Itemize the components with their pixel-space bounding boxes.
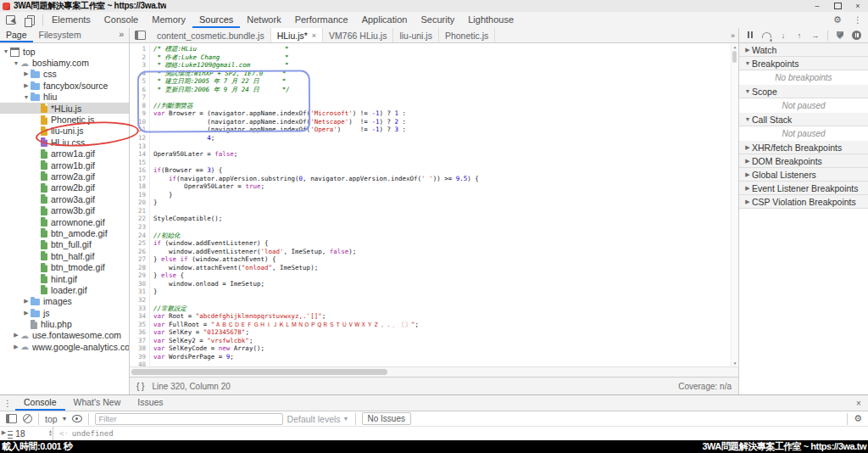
debugger-section-scope[interactable]: ▼Scope: [739, 85, 868, 98]
editor-horizontal-scrollbar[interactable]: [130, 366, 738, 377]
toggle-navigator-icon[interactable]: [135, 31, 146, 40]
console-filter-input[interactable]: [95, 413, 283, 425]
tree-item-arrow2a.gif[interactable]: arrow2a.gif: [0, 171, 129, 182]
navigator-tab-filesystem[interactable]: Filesystem: [33, 28, 87, 42]
devtools-tab-elements[interactable]: Elements: [45, 12, 97, 28]
hscrollbar-thumb[interactable]: [131, 369, 387, 375]
navigator-tab-page[interactable]: Page: [0, 28, 33, 42]
pause-icon[interactable]: [746, 31, 754, 41]
chevron-right-icon[interactable]: ▶: [22, 82, 31, 89]
line-number[interactable]: 33: [130, 305, 150, 313]
line-number[interactable]: 12: [130, 134, 150, 143]
tree-item-liu-uni.js[interactable]: liu-uni.js: [0, 126, 129, 137]
minimize-button[interactable]: –: [807, 0, 827, 12]
more-options-button[interactable]: ⋮: [848, 13, 868, 28]
chevron-right-icon[interactable]: ▶: [22, 70, 31, 77]
editor-vertical-scrollbar[interactable]: ▲ ▼: [731, 43, 738, 366]
scroll-up-icon[interactable]: ▲: [732, 43, 738, 50]
editor-tab-liu-uni.js[interactable]: liu-uni.js: [393, 28, 439, 42]
line-number[interactable]: 40: [130, 361, 150, 366]
line-number[interactable]: 37: [130, 337, 150, 345]
debugger-section-breakpoints[interactable]: ▼Breakpoints: [739, 57, 868, 70]
line-number[interactable]: 14: [130, 150, 150, 159]
line-number[interactable]: 15: [130, 159, 150, 167]
drawer-menu-icon[interactable]: ⋮: [0, 395, 15, 411]
chevron-down-icon[interactable]: ▼: [2, 48, 10, 54]
tree-item-hint.gif[interactable]: hint.gif: [0, 273, 129, 284]
tree-item-fancybox-source[interactable]: ▶fancybox/source: [0, 80, 129, 91]
editor-tab-phonetic.js[interactable]: Phonetic.js: [439, 28, 495, 42]
line-number[interactable]: 3: [130, 61, 150, 70]
tree-item-css[interactable]: ▶css: [0, 69, 129, 80]
line-number[interactable]: 10: [130, 118, 150, 126]
line-number[interactable]: 9: [130, 109, 150, 118]
close-button[interactable]: ×: [848, 0, 868, 12]
line-number[interactable]: 7: [130, 93, 150, 102]
settings-button[interactable]: ⚙: [827, 13, 848, 28]
step-over-icon[interactable]: [762, 31, 771, 41]
tree-item-phonetic.js[interactable]: Phonetic.js: [0, 114, 129, 125]
maximize-button[interactable]: [827, 0, 848, 12]
toggle-console-sidebar-icon[interactable]: [6, 414, 17, 423]
line-number[interactable]: 38: [130, 344, 150, 353]
expand-icon[interactable]: ▶: [0, 429, 8, 436]
chevron-right-icon[interactable]: ▶: [12, 332, 20, 338]
devtools-tab-application[interactable]: Application: [355, 12, 415, 28]
line-number[interactable]: 8: [130, 102, 150, 110]
drawer-tab-issues[interactable]: Issues: [129, 395, 171, 411]
step-icon[interactable]: →: [811, 31, 820, 41]
deactivate-breakpoints-icon[interactable]: [836, 31, 844, 41]
drawer-close-icon[interactable]: ×: [849, 395, 868, 411]
devtools-tab-sources[interactable]: Sources: [192, 12, 240, 28]
tree-item-btn-tmode.gif[interactable]: btn_tmode.gif: [0, 261, 129, 272]
debugger-section-event-listener-breakpoints[interactable]: ▶Event Listener Breakpoints: [739, 182, 868, 195]
tree-item--hliu.js[interactable]: *HLiu.js: [0, 103, 129, 114]
line-number[interactable]: 29: [130, 271, 150, 280]
line-number[interactable]: 16: [130, 166, 150, 175]
tree-item-images[interactable]: ▶images: [0, 296, 129, 307]
line-number[interactable]: 2: [130, 53, 150, 62]
console-settings-gear-icon[interactable]: ⚙: [854, 413, 862, 424]
tree-item-arrow1a.gif[interactable]: arrow1a.gif: [0, 148, 129, 159]
devtools-tab-security[interactable]: Security: [414, 12, 461, 28]
drawer-tab-what-s-new[interactable]: What's New: [65, 395, 130, 411]
line-number[interactable]: 32: [130, 296, 150, 305]
devtools-tab-console[interactable]: Console: [97, 12, 145, 28]
tree-item-www.google-analytics.com[interactable]: ▶☁www.google-analytics.com: [0, 341, 129, 352]
log-levels-selector[interactable]: Default levels▼: [287, 414, 349, 424]
line-number[interactable]: 1: [130, 45, 150, 53]
debugger-section-xhr-fetch-breakpoints[interactable]: ▶XHR/fetch Breakpoints: [739, 141, 868, 154]
devtools-tab-performance[interactable]: Performance: [288, 12, 355, 28]
line-number[interactable]: 25: [130, 239, 150, 248]
close-tab-icon[interactable]: ×: [312, 31, 316, 40]
editor-tab-hliu.js-[interactable]: HLiu.js*×: [271, 28, 323, 42]
debugger-section-call-stack[interactable]: ▼Call Stack: [739, 113, 868, 126]
navigator-overflow-icon[interactable]: »: [114, 28, 129, 42]
chevron-down-icon[interactable]: ▼: [22, 94, 31, 100]
pause-on-exceptions-icon[interactable]: [852, 31, 861, 41]
step-into-icon[interactable]: ↓: [779, 31, 787, 41]
line-number[interactable]: 36: [130, 328, 150, 337]
line-number[interactable]: 19: [130, 191, 150, 199]
line-number[interactable]: 39: [130, 353, 150, 361]
chevron-down-icon[interactable]: ▼: [12, 60, 20, 66]
line-number[interactable]: 13: [130, 143, 150, 151]
pretty-print-button[interactable]: { }: [136, 382, 144, 391]
tree-item-top[interactable]: ▼top: [0, 46, 129, 57]
debugger-section-global-listeners[interactable]: ▶Global Listeners: [739, 168, 868, 182]
tree-item-hliu.css[interactable]: HLiu.css: [0, 137, 129, 148]
line-number[interactable]: 27: [130, 255, 150, 264]
clear-console-icon[interactable]: [23, 414, 32, 423]
tree-item-js[interactable]: ▶js: [0, 307, 129, 318]
line-number[interactable]: 30: [130, 280, 150, 288]
tree-item-loader.gif[interactable]: loader.gif: [0, 284, 129, 295]
step-out-icon[interactable]: ↑: [795, 31, 804, 41]
context-selector[interactable]: top: [45, 414, 58, 424]
code-editor[interactable]: 1/* 標題:HLiu *2 * 作者:Luke Chang *3 * 聯絡:L…: [130, 43, 738, 366]
device-toolbar-button[interactable]: [20, 13, 41, 28]
debugger-section-csp-violation-breakpoints[interactable]: ▶CSP Violation Breakpoints: [739, 195, 868, 209]
tree-item-hliu[interactable]: ▼hliu: [0, 92, 129, 103]
tree-item-use.fontawesome.com[interactable]: ▶☁use.fontawesome.com: [0, 330, 129, 341]
editor-tab-overflow-icon[interactable]: »: [731, 28, 738, 42]
line-number[interactable]: 17: [130, 175, 150, 183]
